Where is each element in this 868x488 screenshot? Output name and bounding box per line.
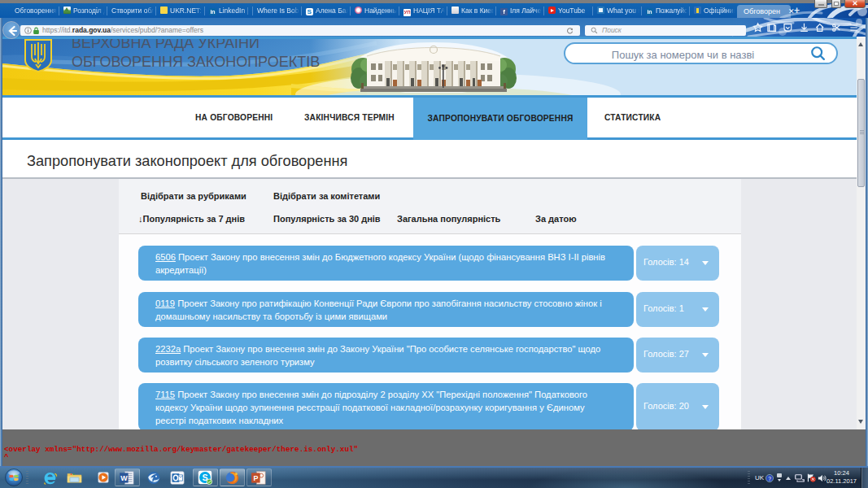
svg-text:P: P xyxy=(253,474,258,482)
svg-text:W: W xyxy=(120,474,128,482)
svg-text:?: ? xyxy=(768,476,771,481)
